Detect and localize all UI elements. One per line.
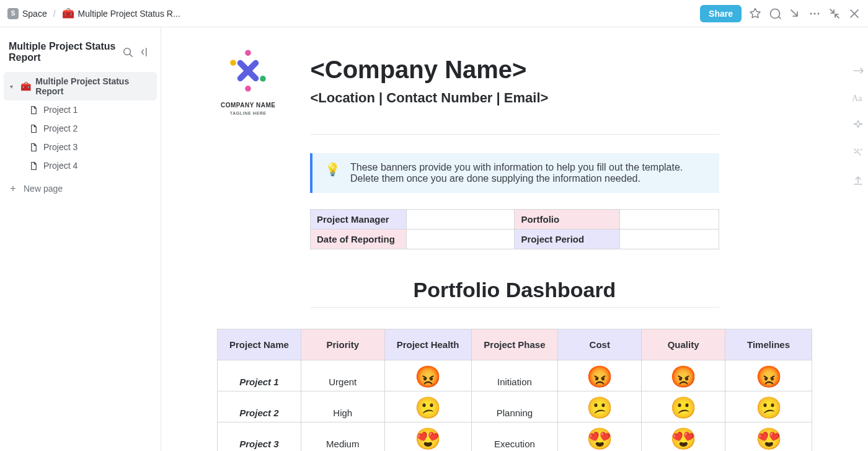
toolbox-icon: 🧰 [62,7,74,19]
info-portfolio-value[interactable] [620,210,719,230]
tree-item-label: Project 2 [43,123,78,133]
status-face-icon: 😡 [756,366,782,387]
cell-project-name[interactable]: Project 3 [218,422,301,452]
svg-point-9 [230,60,236,66]
plus-icon: + [9,184,17,193]
upload-icon[interactable] [852,174,864,186]
file-icon [29,161,38,171]
cell-phase[interactable]: Initiation [471,360,558,391]
dashboard-title[interactable]: Portfolio Dashboard [196,278,833,302]
info-portfolio-label: Portfolio [515,210,620,230]
company-name-heading[interactable]: <Company Name> [310,56,548,84]
ai-icon[interactable] [852,119,864,132]
breadcrumb-page[interactable]: 🧰 Multiple Project Status R... [62,7,180,19]
info-banner-text: These banners provide you with informati… [350,162,707,184]
cell-project-name[interactable]: Project 2 [218,391,301,422]
info-pm-label: Project Manager [311,210,407,230]
table-row: Project 3Medium😍Execution😍😍😍 [218,422,812,452]
tree-root-label: Multiple Project Status Report [35,76,151,96]
cell-health[interactable]: 😕 [384,391,471,422]
status-face-icon: 😍 [670,428,696,449]
close-icon[interactable] [848,7,861,20]
table-row: Project Manager Portfolio [311,210,719,230]
sidebar-collapse-icon[interactable] [140,47,151,58]
cell-cost[interactable]: 😕 [558,391,642,422]
sidebar-header: Multiple Project Status Report [0,32,161,69]
tree-root[interactable]: ▾ 🧰 Multiple Project Status Report [4,72,157,100]
document-area[interactable]: COMPANY NAME TAGLINE HERE <Company Name>… [161,27,868,451]
page-tree: ▾ 🧰 Multiple Project Status Report Proje… [0,69,161,177]
breadcrumb-workspace[interactable]: S Space [7,8,47,19]
cell-quality[interactable]: 😡 [642,360,725,391]
cell-phase[interactable]: Planning [471,391,558,422]
info-table[interactable]: Project Manager Portfolio Date of Report… [310,209,719,249]
lightbulb-icon: 💡 [325,162,340,177]
sidebar: Multiple Project Status Report ▾ 🧰 Multi… [0,27,161,451]
expand-icon[interactable] [852,65,864,77]
cell-timelines[interactable]: 😕 [725,391,812,422]
cell-cost[interactable]: 😡 [558,360,642,391]
cell-timelines[interactable]: 😍 [725,422,812,452]
wand-icon[interactable] [852,146,864,159]
status-face-icon: 😍 [587,428,613,449]
cell-project-name[interactable]: Project 1 [218,360,301,391]
tree-item-project-4[interactable]: Project 4 [4,156,157,175]
info-period-value[interactable] [620,230,719,249]
cell-priority[interactable]: Medium [301,422,384,452]
divider [310,307,719,308]
topbar: S Space / 🧰 Multiple Project Status R...… [0,0,868,27]
workspace-label: Space [22,9,47,19]
col-phase: Project Phase [471,329,558,360]
company-logo: COMPANY NAME TAGLINE HERE [221,46,275,115]
company-contact-heading[interactable]: <Location | Contact Number | Email> [310,90,548,106]
workspace-icon: S [7,8,19,19]
cell-priority[interactable]: Urgent [301,360,384,391]
svg-point-10 [260,76,266,82]
toolbox-icon: 🧰 [20,81,30,91]
tree-item-label: Project 4 [43,161,78,171]
cell-phase[interactable]: Execution [471,422,558,452]
cell-health[interactable]: 😍 [384,422,471,452]
star-icon[interactable] [749,7,761,20]
cell-quality[interactable]: 😍 [642,422,725,452]
chevron-down-icon[interactable]: ▾ [10,83,16,90]
new-page-button[interactable]: + New page [0,177,161,200]
cell-quality[interactable]: 😕 [642,391,725,422]
cell-timelines[interactable]: 😡 [725,360,812,391]
info-pm-value[interactable] [406,210,515,230]
status-face-icon: 😕 [670,397,696,418]
share-button[interactable]: Share [700,5,742,22]
col-project-name: Project Name [218,329,301,360]
table-row: Project 1Urgent😡Initiation😡😡😡 [218,360,812,391]
tree-item-project-3[interactable]: Project 3 [4,138,157,156]
comment-icon[interactable] [769,7,781,20]
info-date-value[interactable] [406,230,515,249]
typography-icon[interactable] [852,92,864,104]
table-row: Date of Reporting Project Period [311,230,719,249]
status-face-icon: 😡 [587,366,613,387]
file-icon [29,124,38,133]
table-row: Project 2High😕Planning😕😕😕 [218,391,812,422]
download-icon[interactable] [789,7,801,20]
tree-item-label: Project 3 [43,142,78,152]
status-face-icon: 😕 [587,397,613,418]
tree-item-project-1[interactable]: Project 1 [4,100,157,119]
info-banner[interactable]: 💡 These banners provide you with informa… [310,153,719,193]
more-icon[interactable] [808,7,821,20]
cell-cost[interactable]: 😍 [558,422,642,452]
col-health: Project Health [384,329,471,360]
cell-health[interactable]: 😡 [384,360,471,391]
col-quality: Quality [642,329,725,360]
col-timelines: Timelines [725,329,812,360]
tree-item-label: Project 1 [43,105,78,115]
collapse-icon[interactable] [828,7,841,20]
cell-priority[interactable]: High [301,391,384,422]
topbar-actions: Share [700,5,861,22]
svg-point-11 [245,86,251,92]
dashboard-table[interactable]: Project Name Priority Project Health Pro… [217,329,812,451]
status-face-icon: 😍 [415,428,441,449]
status-face-icon: 😕 [415,397,441,418]
table-header-row: Project Name Priority Project Health Pro… [218,329,812,360]
search-icon[interactable] [122,47,133,58]
tree-item-project-2[interactable]: Project 2 [4,119,157,138]
